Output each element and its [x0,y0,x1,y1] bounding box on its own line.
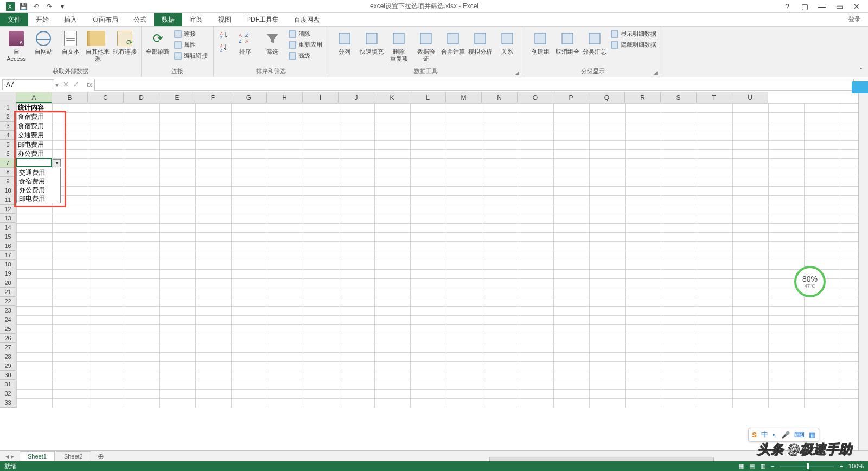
minimize-icon[interactable]: — [815,2,829,11]
row-header-9[interactable]: 9 [0,177,16,186]
tab-nav-prev-icon[interactable]: ◂ [5,453,9,460]
row-header-5[interactable]: 5 [0,140,16,149]
cell-dropdown-button[interactable]: ▾ [53,159,61,167]
menu-PDF工具集[interactable]: PDF工具集 [239,13,286,26]
cell-A6[interactable]: 办公费用 [16,149,52,158]
row-header-6[interactable]: 6 [0,149,16,158]
col-header-A[interactable]: A [16,92,52,103]
reapply-button[interactable]: 重新应用 [286,40,324,50]
sort-button[interactable]: AZZA排序 [232,29,258,56]
row-header-22[interactable]: 22 [0,297,16,306]
row-header-13[interactable]: 13 [0,214,16,223]
maximize-icon[interactable]: ▭ [832,2,846,11]
refresh-all-button[interactable]: ⟳全部刷新 [145,29,171,56]
row-header-11[interactable]: 11 [0,195,16,205]
row-header-25[interactable]: 25 [0,324,16,334]
name-box-dropdown-icon[interactable]: ▾ [55,81,59,88]
data-validation-button[interactable]: 数据验 证 [413,29,439,63]
row-header-32[interactable]: 32 [0,389,16,398]
from-access-button[interactable]: 自 Access [3,29,29,63]
enter-formula-icon[interactable]: ✓ [73,80,79,88]
dropdown-option[interactable]: 食宿费用 [17,177,60,186]
view-layout-icon[interactable]: ▤ [749,463,755,470]
col-header-R[interactable]: R [625,92,661,103]
cell-A2[interactable]: 食宿费用 [16,112,52,122]
view-break-icon[interactable]: ▥ [760,463,765,470]
col-header-E[interactable]: E [159,92,195,103]
undo-icon[interactable]: ↶ [30,1,42,12]
sort-asc-icon[interactable]: AZ [217,29,231,41]
ribbon-options-icon[interactable]: ▢ [797,2,812,11]
sheet-tab-Sheet2[interactable]: Sheet2 [56,451,91,461]
row-header-27[interactable]: 27 [0,343,16,352]
view-normal-icon[interactable]: ▦ [738,463,744,470]
row-header-1[interactable]: 1 [0,103,16,112]
menu-文件[interactable]: 文件 [0,13,28,26]
show-detail-button[interactable]: 显示明细数据 [609,29,659,39]
row-header-26[interactable]: 26 [0,334,16,343]
cell-A3[interactable]: 食宿费用 [16,122,52,131]
row-header-18[interactable]: 18 [0,260,16,269]
side-tag[interactable] [852,81,868,93]
ime-mic-icon[interactable]: 🎤 [781,431,790,439]
name-box[interactable] [2,79,54,90]
row-header-19[interactable]: 19 [0,269,16,278]
row-header-16[interactable]: 16 [0,241,16,251]
col-header-I[interactable]: I [303,92,339,103]
col-header-P[interactable]: P [553,92,589,103]
menu-视图[interactable]: 视图 [210,13,239,26]
zoom-level[interactable]: 100% [848,463,864,469]
col-header-B[interactable]: B [52,92,88,103]
ime-punct-icon[interactable]: •, [773,431,777,439]
col-header-T[interactable]: T [697,92,732,103]
cell-A1[interactable]: 统计内容 [16,103,52,112]
remove-dup-button[interactable]: 删除 重复项 [386,29,412,63]
col-header-G[interactable]: G [231,92,267,103]
filter-button[interactable]: 筛选 [259,29,285,56]
row-header-31[interactable]: 31 [0,380,16,389]
col-header-H[interactable]: H [267,92,303,103]
group-button[interactable]: 创建组 [527,29,553,56]
col-header-S[interactable]: S [661,92,697,103]
relationships-button[interactable]: 关系 [494,29,520,56]
collapse-ribbon-icon[interactable]: ⌃ [854,27,868,77]
launcher-icon[interactable]: ◢ [515,70,519,75]
col-header-Q[interactable]: Q [589,92,625,103]
col-header-F[interactable]: F [195,92,231,103]
advanced-button[interactable]: 高级 [286,50,324,61]
vertical-scrollbar[interactable] [858,92,868,451]
row-header-29[interactable]: 29 [0,361,16,371]
from-other-button[interactable]: 自其他来源 [85,29,111,63]
cancel-formula-icon[interactable]: ✕ [63,80,69,88]
flash-fill-button[interactable]: 快速填充 [359,29,385,56]
cells-area[interactable]: 统计内容食宿费用食宿费用交通费用邮电费用办公费用▾交通费用食宿费用办公费用邮电费… [16,103,858,408]
link-button[interactable]: 连接 [172,29,210,39]
row-header-7[interactable]: 7 [0,158,16,168]
cell-A5[interactable]: 邮电费用 [16,140,52,149]
row-header-8[interactable]: 8 [0,168,16,177]
ime-lang[interactable]: 中 [761,430,768,440]
col-header-C[interactable]: C [88,92,124,103]
row-header-15[interactable]: 15 [0,232,16,241]
properties-button[interactable]: 属性 [172,40,210,50]
row-header-24[interactable]: 24 [0,315,16,324]
subtotal-button[interactable]: 分类汇总 [582,29,608,56]
row-header-28[interactable]: 28 [0,352,16,361]
tab-nav-next-icon[interactable]: ▸ [11,453,14,460]
zoom-out-icon[interactable]: − [771,463,774,469]
edit-links-button[interactable]: 编辑链接 [172,50,210,61]
save-icon[interactable]: 💾 [17,1,29,12]
col-header-N[interactable]: N [482,92,518,103]
menu-页面布局[interactable]: 页面布局 [85,13,126,26]
col-header-M[interactable]: M [446,92,482,103]
add-sheet-button[interactable]: ⊕ [91,452,111,461]
col-header-L[interactable]: L [410,92,446,103]
what-if-button[interactable]: 模拟分析 [467,29,493,56]
consolidate-button[interactable]: 合并计算 [440,29,466,56]
clear-button[interactable]: 清除 [286,29,324,39]
close-icon[interactable]: ✕ [850,2,864,11]
row-header-12[interactable]: 12 [0,205,16,214]
zoom-slider[interactable] [780,466,834,467]
menu-开始[interactable]: 开始 [28,13,56,26]
menu-百度网盘[interactable]: 百度网盘 [286,13,328,26]
